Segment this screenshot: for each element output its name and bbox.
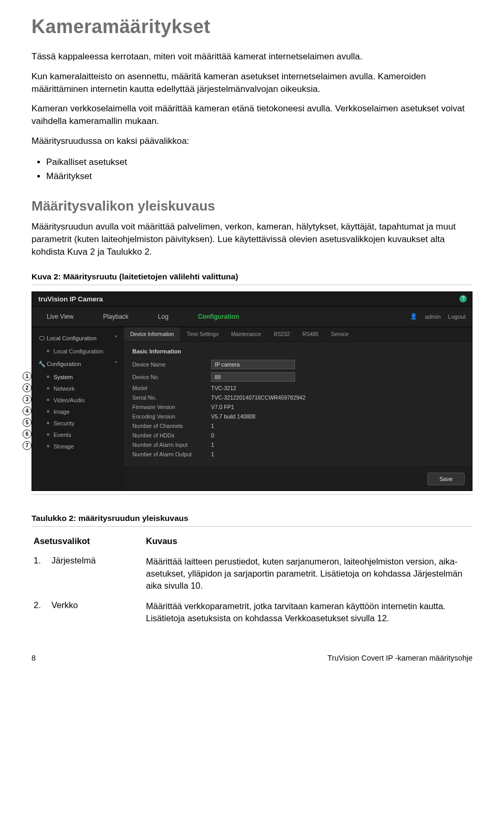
doc-title: TruVision Covert IP -kameran määritysohj… xyxy=(328,654,472,662)
value-hdds: 0 xyxy=(211,432,214,438)
th-settings: Asetusvalikot xyxy=(32,533,144,551)
section-overview-title: Määritysvalikon yleiskuvaus xyxy=(32,198,472,214)
row-key: Järjestelmä xyxy=(49,551,144,596)
app-nav: Live View Playback Log Configuration 👤 a… xyxy=(32,307,472,327)
table-caption: Taulukko 2: määritysruudun yleiskuvaus xyxy=(32,514,472,523)
input-device-name[interactable] xyxy=(211,360,295,369)
sidebar-item-video-audio[interactable]: 3Video/Audio xyxy=(35,394,121,406)
intro-p1: Tässä kappaleessa kerrotaan, miten voit … xyxy=(32,50,472,63)
sidebar: 🖵Local Configuration ˅ Local Configurati… xyxy=(32,327,124,490)
value-model: TVC-3212 xyxy=(211,385,236,391)
divider xyxy=(32,285,472,285)
user-icon: 👤 xyxy=(410,313,417,320)
label-encoding: Encoding Version xyxy=(132,413,211,420)
sidebar-item-label: Network xyxy=(54,385,75,392)
content-panel: Device Information Time Settings Mainten… xyxy=(124,327,472,490)
table-row: 1. Järjestelmä Määrittää laitteen perust… xyxy=(32,551,472,596)
sidebar-local-item-label: Local Configuration xyxy=(54,348,103,354)
divider xyxy=(32,526,472,527)
overview-table: Asetusvalikot Kuvaus 1. Järjestelmä Määr… xyxy=(32,533,472,629)
value-alarm-out: 1 xyxy=(211,451,214,457)
value-channels: 1 xyxy=(211,423,214,429)
tab-time-settings[interactable]: Time Settings xyxy=(180,327,225,341)
page-footer: 8 TruVision Covert IP -kameran määrityso… xyxy=(32,654,472,662)
sidebar-config-label: Configuration xyxy=(47,361,81,367)
save-button[interactable]: Save xyxy=(427,473,465,485)
figure-caption: Kuva 2: Määritysruutu (laitetietojen väl… xyxy=(32,272,472,281)
sidebar-item-security[interactable]: 5Security xyxy=(35,417,121,429)
sidebar-item-image[interactable]: 4Image xyxy=(35,406,121,417)
intro-p4: Määritysruudussa on kaksi päävalikkoa: xyxy=(32,135,472,148)
label-device-no: Device No. xyxy=(132,374,211,380)
nav-user-area: 👤 admin Logout xyxy=(410,313,472,320)
label-hdds: Number of HDDs xyxy=(132,432,211,438)
sidebar-local-section[interactable]: 🖵Local Configuration ˅ xyxy=(35,331,121,346)
table-row: 2. Verkko Määrittää verkkoparametrit, jo… xyxy=(32,596,472,629)
sidebar-item-system[interactable]: 1System xyxy=(35,371,121,383)
help-icon[interactable]: ? xyxy=(459,295,467,302)
tab-rs232[interactable]: RS232 xyxy=(267,327,296,341)
callout-badge-5: 5 xyxy=(23,418,32,427)
sidebar-local-label: Local Configuration xyxy=(47,335,97,341)
row-desc: Määrittää laitteen perustiedot, kuten sa… xyxy=(144,551,472,596)
callout-badge-7: 7 xyxy=(23,441,32,450)
bullet-item: Määritykset xyxy=(46,169,472,183)
divider xyxy=(32,494,472,495)
label-firmware: Firmware Version xyxy=(132,404,211,410)
label-model: Model xyxy=(132,385,211,391)
label-channels: Number of Channels xyxy=(132,423,211,429)
callout-badge-6: 6 xyxy=(23,430,32,438)
sidebar-item-label: System xyxy=(54,374,73,380)
menu-bullets: Paikalliset asetukset Määritykset xyxy=(46,155,472,183)
sidebar-item-label: Video/Audio xyxy=(54,397,85,403)
input-device-no[interactable] xyxy=(211,372,295,382)
sidebar-item-network[interactable]: 2Network xyxy=(35,383,121,394)
app-header: truVision IP Camera ? xyxy=(32,292,472,307)
intro-p3: Kameran verkkoselaimella voit määrittää … xyxy=(32,102,472,128)
value-encoding: V5.7 build 140808 xyxy=(211,413,256,420)
tab-service[interactable]: Service xyxy=(325,327,355,341)
value-serial: TVC-321220140716CCWR459782942 xyxy=(211,394,306,401)
nav-live-view[interactable]: Live View xyxy=(32,307,88,327)
sidebar-item-label: Image xyxy=(54,409,70,415)
intro-p2: Kun kameralaitteisto on asennettu, määri… xyxy=(32,70,472,96)
monitor-icon: 🖵 xyxy=(38,335,45,341)
nav-playback[interactable]: Playback xyxy=(88,307,143,327)
row-desc: Määrittää verkkoparametrit, jotka tarvit… xyxy=(144,596,472,629)
nav-configuration[interactable]: Configuration xyxy=(183,307,254,327)
chevron-down-icon: ˅ xyxy=(114,335,118,342)
sidebar-item-storage[interactable]: 7Storage xyxy=(35,441,121,452)
label-alarm-in: Number of Alarm Input xyxy=(132,442,211,448)
wrench-icon: 🔧 xyxy=(38,361,45,368)
label-device-name: Device Name xyxy=(132,361,211,368)
sidebar-item-label: Storage xyxy=(54,443,74,450)
nav-logout[interactable]: Logout xyxy=(448,314,466,320)
tab-device-information[interactable]: Device Information xyxy=(124,327,180,341)
tab-rs485[interactable]: RS485 xyxy=(296,327,325,341)
content-tabs: Device Information Time Settings Mainten… xyxy=(124,327,472,342)
page-heading: Kameramääritykset xyxy=(32,16,472,38)
app-screenshot: truVision IP Camera ? Live View Playback… xyxy=(32,291,472,491)
value-alarm-in: 1 xyxy=(211,442,214,448)
tab-maintenance[interactable]: Maintenance xyxy=(225,327,267,341)
page-number: 8 xyxy=(32,654,36,662)
section-overview-p1: Määritysruudun avulla voit määrittää pal… xyxy=(32,221,472,258)
sidebar-item-events[interactable]: 6Events xyxy=(35,429,121,441)
callout-badge-1: 1 xyxy=(23,372,32,381)
callout-badge-4: 4 xyxy=(23,406,32,415)
app-brand: truVision IP Camera xyxy=(38,295,103,303)
callout-badge-2: 2 xyxy=(23,383,32,392)
row-num: 2. xyxy=(32,596,49,629)
th-description: Kuvaus xyxy=(144,533,472,551)
sidebar-item-label: Events xyxy=(54,432,71,438)
chevron-down-icon: ˅ xyxy=(114,361,118,368)
sidebar-item-label: Security xyxy=(54,420,75,426)
label-alarm-out: Number of Alarm Output xyxy=(132,451,211,457)
panel-title: Basic Information xyxy=(132,348,464,354)
bullet-item: Paikalliset asetukset xyxy=(46,155,472,169)
callout-badge-3: 3 xyxy=(23,395,32,404)
sidebar-local-item[interactable]: Local Configuration xyxy=(35,346,121,357)
nav-log[interactable]: Log xyxy=(143,307,183,327)
sidebar-config-section[interactable]: 🔧Configuration ˅ xyxy=(35,357,121,371)
nav-user: admin xyxy=(425,314,440,320)
